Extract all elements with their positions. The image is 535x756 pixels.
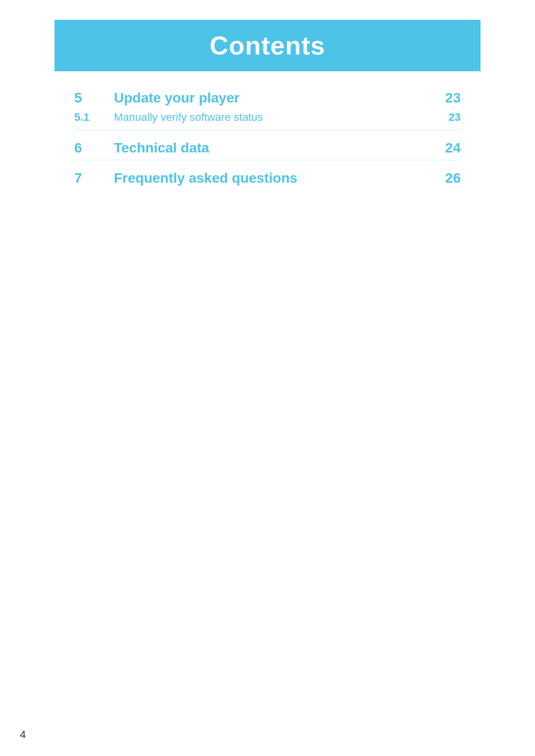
toc-page-5-1: 23 <box>436 111 461 124</box>
toc-title-6: Technical data <box>114 140 436 156</box>
toc-number-6: 6 <box>74 140 114 156</box>
toc-number-5: 5 <box>74 90 114 106</box>
divider-1 <box>74 130 461 130</box>
contents-header: Contents <box>54 20 481 71</box>
divider-2 <box>74 160 461 160</box>
toc-entry-7[interactable]: 7 Frequently asked questions 26 <box>74 161 461 189</box>
contents-body: 5 Update your player 23 5.1 Manually ver… <box>54 71 481 204</box>
toc-entry-6[interactable]: 6 Technical data 24 <box>74 131 461 159</box>
toc-page-5: 23 <box>436 90 461 106</box>
contents-box: Contents 5 Update your player 23 5.1 Man… <box>54 20 481 204</box>
page-container: Contents 5 Update your player 23 5.1 Man… <box>0 0 535 756</box>
toc-page-6: 24 <box>436 140 461 156</box>
toc-number-5-1: 5.1 <box>74 111 114 124</box>
toc-title-5-1: Manually verify software status <box>114 111 436 124</box>
toc-title-5: Update your player <box>114 90 436 106</box>
contents-title: Contents <box>54 31 481 60</box>
toc-number-7: 7 <box>74 170 114 186</box>
toc-page-7: 26 <box>436 170 461 186</box>
toc-entry-5[interactable]: 5 Update your player 23 <box>74 81 461 109</box>
page-number: 4 <box>20 728 26 741</box>
toc-title-7: Frequently asked questions <box>114 170 436 186</box>
toc-entry-5-1[interactable]: 5.1 Manually verify software status 23 <box>74 109 461 129</box>
